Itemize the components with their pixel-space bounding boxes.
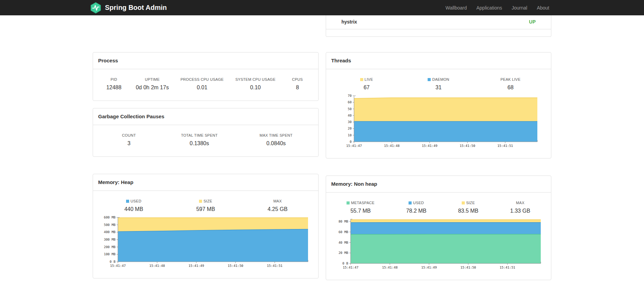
metric-value: 0d 0h 2m 17s <box>136 85 169 90</box>
metric-label-text: PROCESS CPU USAGE <box>181 77 224 81</box>
metric: MAX 1.33 GB <box>510 201 531 214</box>
svg-text:15:41:47: 15:41:47 <box>346 144 362 148</box>
legend-swatch <box>428 78 431 81</box>
metric-label-text: MAX TIME SPENT <box>260 133 293 137</box>
panel-title: Threads <box>326 52 551 69</box>
process-metrics: PID 12488 UPTIME 0d 0h 2m 17s PROCESS CP… <box>93 69 318 101</box>
navbar-inner: Spring Boot Admin Wallboard Applications… <box>90 0 554 15</box>
svg-text:40: 40 <box>348 113 352 117</box>
svg-text:20: 20 <box>348 126 352 130</box>
metric: TOTAL TIME SPENT 0.1380s <box>181 133 218 146</box>
svg-text:15:41:49: 15:41:49 <box>421 265 437 269</box>
metric-label: MAX <box>267 199 288 203</box>
right-column: hystrix UP Threads LIVE 67 DAEMON <box>326 15 551 287</box>
metric: SIZE 597 MB <box>196 199 216 212</box>
metric-label-text: TOTAL TIME SPENT <box>181 133 218 137</box>
metric-label: METASPACE <box>347 201 374 205</box>
metric-label-text: CPUS <box>292 77 303 81</box>
metric: METASPACE 55.7 MB <box>347 201 374 214</box>
metric-label: SIZE <box>458 201 478 205</box>
svg-text:15:41:48: 15:41:48 <box>382 265 398 269</box>
legend-swatch <box>409 201 412 204</box>
metric: MAX TIME SPENT 0.0840s <box>260 133 293 146</box>
metric-label: PID <box>104 77 124 81</box>
metric: MAX 4.25 GB <box>267 199 288 212</box>
legend-swatch <box>347 201 350 204</box>
nav-link[interactable]: Wallboard <box>441 0 472 15</box>
metric-value: 78.2 MB <box>406 208 427 214</box>
navbar: Spring Boot Admin Wallboard Applications… <box>0 0 644 15</box>
svg-text:15:41:51: 15:41:51 <box>267 264 282 268</box>
svg-text:600 MB: 600 MB <box>104 215 116 219</box>
metric-value: 3 <box>119 141 139 146</box>
brand-title: Spring Boot Admin <box>105 4 167 12</box>
brand[interactable]: Spring Boot Admin <box>90 2 167 14</box>
threads-chart: 01020304050607015:41:4715:41:4815:41:491… <box>336 93 541 149</box>
metric-label-text: DAEMON <box>432 77 449 81</box>
metric-label-text: MAX <box>516 201 524 205</box>
metric-label: MAX <box>510 201 531 205</box>
nav-link[interactable]: Applications <box>472 0 507 15</box>
metric-label-text: PEAK LIVE <box>501 77 521 81</box>
metric-label: DAEMON <box>428 77 449 81</box>
metric-label: CPUS <box>287 77 308 81</box>
metric-label-text: SYSTEM CPU USAGE <box>235 77 276 81</box>
metric-label-text: USED <box>131 199 141 203</box>
metric: COUNT 3 <box>119 133 139 146</box>
metric-label: COUNT <box>119 133 139 137</box>
metric-label: LIVE <box>356 77 377 81</box>
metric-label-text: MAX <box>273 199 282 203</box>
svg-text:0 B: 0 B <box>109 260 115 263</box>
health-panel-padding <box>326 29 551 36</box>
metric-label-text: LIVE <box>365 77 373 81</box>
svg-text:15:41:49: 15:41:49 <box>422 144 438 148</box>
memory-nonheap-chart: 0 B20 MB40 MB60 MB80 MB15:41:4715:41:481… <box>333 216 544 271</box>
metric-value: 68 <box>500 85 521 90</box>
svg-text:500 MB: 500 MB <box>104 223 116 227</box>
legend-swatch <box>360 78 363 81</box>
metric-label-text: METASPACE <box>351 201 374 205</box>
memory-heap-chart: 0 B100 MB200 MB300 MB400 MB500 MB600 MB1… <box>100 215 311 269</box>
metric-label: PEAK LIVE <box>500 77 521 81</box>
svg-text:15:41:50: 15:41:50 <box>460 265 476 269</box>
health-row: hystrix UP <box>326 15 551 29</box>
main-content: Process PID 12488 UPTIME 0d 0h 2m 17s PR… <box>93 15 551 287</box>
svg-text:20 MB: 20 MB <box>338 251 348 255</box>
health-list: hystrix UP <box>326 15 551 29</box>
metric-label: SIZE <box>196 199 216 203</box>
legend-swatch <box>462 201 465 204</box>
chart-wrap: 0 B20 MB40 MB60 MB80 MB15:41:4715:41:481… <box>326 216 551 280</box>
svg-text:200 MB: 200 MB <box>104 245 116 249</box>
metric-label: SYSTEM CPU USAGE <box>235 77 276 81</box>
metric-value: 1.33 GB <box>510 208 531 214</box>
left-column: Process PID 12488 UPTIME 0d 0h 2m 17s PR… <box>93 15 319 286</box>
spring-boot-admin-logo-icon <box>90 2 102 14</box>
metric-value: 12488 <box>104 85 124 90</box>
panel-title: Memory: Heap <box>93 174 318 191</box>
nav-link[interactable]: Journal <box>507 0 532 15</box>
panel-title: Garbage Collection Pauses <box>93 108 318 125</box>
heap-metrics: USED 440 MB SIZE 597 MB MAX 4.25 GB <box>93 191 318 215</box>
metric: PEAK LIVE 68 <box>500 77 521 90</box>
svg-text:15:41:51: 15:41:51 <box>497 144 513 148</box>
memory-heap-panel: Memory: Heap USED 440 MB SIZE 597 MB MAX <box>93 174 319 278</box>
metric-value: 8 <box>287 85 308 90</box>
nav-link[interactable]: About <box>532 0 554 15</box>
metric: LIVE 67 <box>356 77 377 90</box>
svg-text:50: 50 <box>348 107 352 111</box>
metric: SYSTEM CPU USAGE 0.10 <box>235 77 276 90</box>
svg-text:15:41:47: 15:41:47 <box>110 264 126 268</box>
metric-label: MAX TIME SPENT <box>260 133 293 137</box>
metric: USED 78.2 MB <box>406 201 427 214</box>
metric-label-text: UPTIME <box>145 77 159 81</box>
metric-label-text: SIZE <box>466 201 475 205</box>
memory-nonheap-panel: Memory: Non heap METASPACE 55.7 MB USED … <box>326 176 551 280</box>
svg-text:400 MB: 400 MB <box>104 230 116 234</box>
svg-text:100 MB: 100 MB <box>104 252 116 256</box>
svg-text:30: 30 <box>348 120 352 124</box>
threads-panel: Threads LIVE 67 DAEMON 31 PEAK LIVE <box>326 52 551 158</box>
metric: PROCESS CPU USAGE 0.01 <box>181 77 224 90</box>
metric-label: PROCESS CPU USAGE <box>181 77 224 81</box>
nav-links: Wallboard Applications Journal About <box>441 0 554 15</box>
metric-value: 83.5 MB <box>458 208 478 214</box>
